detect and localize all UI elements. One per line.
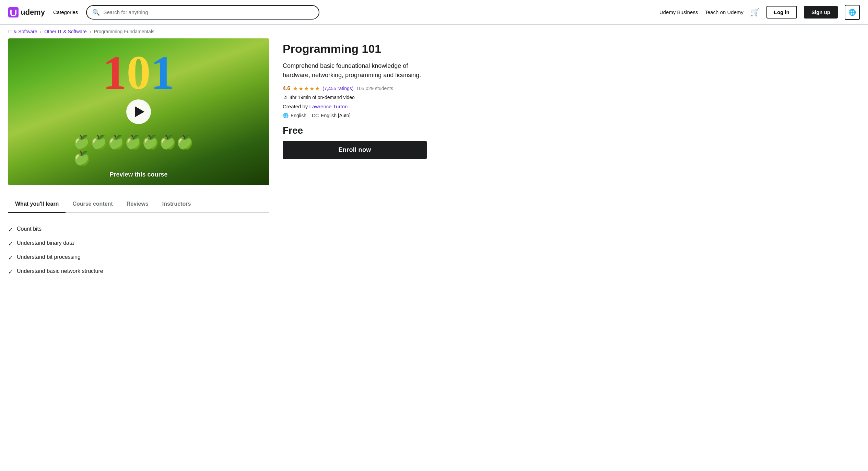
- categories-button[interactable]: Categories: [50, 8, 81, 16]
- search-input[interactable]: [103, 9, 313, 15]
- search-icon: 🔍: [92, 9, 100, 16]
- breadcrumb: IT & Software › Other IT & Software › Pr…: [0, 25, 868, 38]
- captions-item: CC English [Auto]: [312, 113, 351, 118]
- breadcrumb-sep-2: ›: [90, 29, 91, 34]
- tab-course-content[interactable]: Course content: [66, 196, 119, 213]
- star-4: ★: [309, 85, 314, 92]
- video-length: 🖥 4hr 19min of on-demand video: [283, 95, 355, 100]
- breadcrumb-it-software[interactable]: IT & Software: [8, 29, 37, 34]
- logo-text: udemy: [21, 8, 45, 17]
- check-icon-2: ✓: [8, 241, 13, 247]
- language-item: 🌐 English: [283, 113, 306, 118]
- left-column: 1 0 1 🍏🍏🍏🍏🍏🍏🍏🍏 Preview this course What …: [8, 38, 269, 279]
- video-preview[interactable]: 1 0 1 🍏🍏🍏🍏🍏🍏🍏🍏 Preview this course: [8, 38, 269, 185]
- udemy-logo-icon: [8, 7, 19, 17]
- list-item: ✓ Understand binary data: [8, 237, 269, 251]
- star-half: ★: [315, 85, 320, 92]
- right-column: Programming 101 Comprehend basic foundat…: [283, 38, 427, 279]
- play-triangle-icon: [135, 106, 144, 117]
- tab-what-you-learn[interactable]: What you'll learn: [8, 196, 66, 213]
- number-0-yellow: 0: [127, 49, 151, 97]
- rating-row: 4.6 ★ ★ ★ ★ ★ (7,455 ratings) 105,029 st…: [283, 85, 427, 100]
- language-button[interactable]: 🌐: [845, 5, 860, 20]
- students-count: 105,029 students: [356, 86, 393, 91]
- signup-button[interactable]: Sign up: [804, 6, 838, 19]
- course-description: Comprehend basic foundational knowledge …: [283, 61, 427, 80]
- captions-icon: CC: [312, 113, 319, 118]
- nav-teach[interactable]: Teach on Udemy: [705, 9, 743, 15]
- star-2: ★: [298, 85, 303, 92]
- globe-lang-icon: 🌐: [283, 113, 289, 118]
- globe-icon: 🌐: [848, 9, 856, 16]
- list-item: ✓ Understand bit processing: [8, 251, 269, 265]
- nav-business[interactable]: Udemy Business: [659, 9, 698, 15]
- login-button[interactable]: Log in: [766, 6, 797, 19]
- list-item: ✓ Understand basic network structure: [8, 265, 269, 279]
- tab-reviews[interactable]: Reviews: [120, 196, 155, 213]
- rating-count: (7,455 ratings): [322, 86, 353, 91]
- rating-number: 4.6: [283, 85, 290, 92]
- preview-label: Preview this course: [109, 171, 167, 178]
- cart-icon[interactable]: 🛒: [750, 8, 760, 17]
- check-icon-4: ✓: [8, 269, 13, 275]
- video-icon: 🖥: [283, 95, 288, 100]
- main-content: 1 0 1 🍏🍏🍏🍏🍏🍏🍏🍏 Preview this course What …: [0, 38, 446, 292]
- tab-instructors[interactable]: Instructors: [155, 196, 198, 213]
- language-row: 🌐 English CC English [Auto]: [283, 113, 427, 118]
- apple-decorations: 🍏🍏🍏🍏🍏🍏🍏🍏: [73, 134, 193, 166]
- star-1: ★: [293, 85, 298, 92]
- breadcrumb-other-it[interactable]: Other IT & Software: [44, 29, 86, 34]
- enroll-button[interactable]: Enroll now: [283, 141, 427, 159]
- play-button[interactable]: [126, 99, 151, 124]
- star-3: ★: [304, 85, 309, 92]
- star-rating: ★ ★ ★ ★ ★: [293, 85, 320, 92]
- list-item: ✓ Count bits: [8, 222, 269, 237]
- check-icon-1: ✓: [8, 227, 13, 233]
- breadcrumb-sep-1: ›: [40, 29, 42, 34]
- creator-prefix: Created by: [283, 104, 308, 109]
- logo[interactable]: udemy: [8, 7, 45, 17]
- course-title: Programming 101: [283, 42, 427, 56]
- header: udemy Categories 🔍 Udemy Business Teach …: [0, 0, 868, 25]
- header-nav: Udemy Business Teach on Udemy 🛒 Log in S…: [659, 5, 860, 20]
- learn-section: ✓ Count bits ✓ Understand binary data ✓ …: [8, 213, 269, 279]
- breadcrumb-current: Programming Fundamentals: [94, 29, 154, 34]
- search-bar: 🔍: [86, 5, 319, 20]
- price-label: Free: [283, 125, 427, 136]
- number-1-red: 1: [103, 49, 127, 97]
- course-tabs: What you'll learn Course content Reviews…: [8, 196, 269, 213]
- number-1-blue: 1: [151, 49, 175, 97]
- creator-link[interactable]: Lawrence Turton: [309, 104, 348, 109]
- creator-row: Created by Lawrence Turton: [283, 104, 427, 109]
- check-icon-3: ✓: [8, 255, 13, 261]
